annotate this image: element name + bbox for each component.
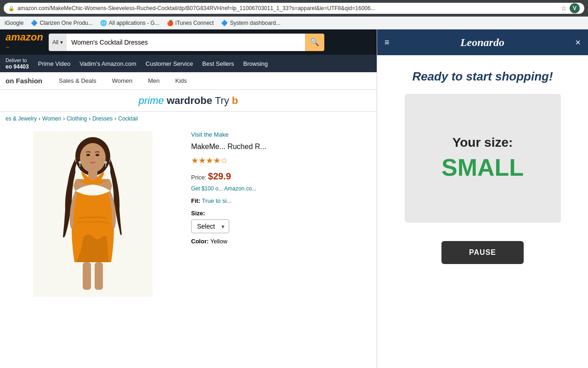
svg-point-8: [104, 161, 107, 164]
dashboard-label: System dashboard...: [230, 20, 280, 26]
breadcrumb-sep-3: ›: [89, 115, 90, 122]
product-image: [33, 131, 153, 297]
breadcrumb-sep-1: ›: [39, 115, 40, 122]
igoogle-label: iGoogle: [5, 20, 23, 26]
visit-store-link[interactable]: Visit the Make: [191, 131, 368, 138]
nav-vadim[interactable]: Vadim's Amazon.com: [79, 60, 136, 67]
lock-icon: 🔒: [8, 6, 15, 12]
itunes-icon: 🍎: [167, 20, 174, 26]
bookmark-clarizen[interactable]: 🔷 Clarizen One Produ...: [31, 20, 92, 26]
dashboard-icon: 🔷: [221, 20, 228, 26]
product-title: MakeMe... Ruched R...: [191, 142, 368, 152]
allapps-label: All applications - G...: [109, 20, 159, 26]
pause-button[interactable]: PAUSE: [441, 241, 524, 264]
bookmark-itunes[interactable]: 🍎 iTunes Connect: [167, 20, 214, 26]
wardrobe-text: wardrobe: [167, 95, 212, 106]
prime-text: prime: [139, 95, 164, 106]
itunes-label: iTunes Connect: [175, 20, 214, 26]
nav-prime-video[interactable]: Prime Video: [38, 60, 71, 67]
amazon-page: amazon ⌒ All ▾ 🔍 Deliver to eo 94403 Pri…: [0, 29, 377, 368]
menu-icon[interactable]: ≡: [384, 38, 390, 47]
fashion-nav-sales[interactable]: Sales & Deals: [52, 77, 103, 84]
fashion-nav-women[interactable]: Women: [106, 77, 139, 84]
product-area: Visit the Make MakeMe... Ruched R... ★★★…: [0, 126, 377, 321]
try-text: Try: [215, 95, 232, 106]
size-card: Your size: SMALL: [405, 94, 561, 223]
breadcrumb-sep-2: ›: [63, 115, 65, 122]
amazon-nav-top: amazon ⌒ All ▾ 🔍: [0, 29, 377, 55]
breadcrumb-women[interactable]: Women: [42, 115, 61, 122]
fit-row: Fit: True to si...: [191, 197, 368, 204]
breadcrumb-clothing[interactable]: Clothing: [67, 115, 87, 122]
svg-rect-10: [83, 262, 91, 290]
breadcrumb-dresses[interactable]: Dresses: [92, 115, 113, 122]
product-info: Visit the Make MakeMe... Ruched R... ★★★…: [187, 131, 371, 315]
browser-chrome: 🔒 amazon.com/MakeMeChic-Womens-Sleeveles…: [0, 0, 588, 17]
product-image-container: [6, 131, 180, 315]
bookmark-star-icon[interactable]: ☆: [561, 5, 567, 12]
leonardo-panel: ≡ Leonardo × Ready to start shopping! Yo…: [377, 29, 588, 368]
leonardo-header: ≡ Leonardo ×: [377, 29, 588, 55]
fashion-nav-men[interactable]: Men: [141, 77, 166, 84]
color-label: Color:: [191, 238, 209, 245]
search-category-select[interactable]: All ▾: [49, 34, 67, 51]
your-size-label: Your size:: [452, 135, 513, 150]
search-box[interactable]: All ▾ 🔍: [49, 34, 324, 51]
search-button[interactable]: 🔍: [305, 34, 324, 51]
nav-browsing[interactable]: Browsing: [243, 60, 268, 67]
size-select[interactable]: Select XS S M L: [191, 219, 229, 233]
breadcrumb-cocktail[interactable]: Cocktail: [118, 115, 138, 122]
leonardo-body: Ready to start shopping! Your size: SMAL…: [377, 55, 588, 368]
bookmark-allapps[interactable]: 🌐 All applications - G...: [100, 20, 159, 26]
nav-customer-service[interactable]: Customer Service: [146, 60, 193, 67]
price-row: Price: $29.9: [191, 171, 368, 182]
product-title-text: MakeMe... Ruched R...: [191, 143, 266, 150]
allapps-icon: 🌐: [100, 20, 107, 26]
try-b-text: b: [232, 95, 238, 106]
search-input[interactable]: [67, 34, 305, 51]
delivery-location: eo 94403: [6, 63, 29, 70]
address-text: amazon.com/MakeMeChic-Womens-Sleeveless-…: [17, 5, 558, 12]
svg-point-5: [96, 154, 99, 156]
bookmark-igoogle[interactable]: iGoogle: [5, 20, 23, 26]
prime-wardrobe-banner[interactable]: prime wardrobe Try b: [0, 90, 377, 112]
credit-offer[interactable]: Get $100 o... Amazon.co...: [191, 185, 368, 192]
deliver-to-label: Deliver to: [6, 58, 27, 63]
amazon-nav-secondary: Deliver to eo 94403 Prime Video Vadim's …: [0, 55, 377, 72]
svg-point-6: [79, 161, 81, 164]
price-label: Price:: [191, 174, 206, 181]
fashion-nav: on Fashion Sales & Deals Women Men Kids: [0, 72, 377, 90]
address-bar[interactable]: 🔒 amazon.com/MakeMeChic-Womens-Sleeveles…: [4, 3, 584, 14]
bookmark-dashboard[interactable]: 🔷 System dashboard...: [221, 20, 280, 26]
svg-rect-11: [95, 262, 103, 290]
clarizen-label: Clarizen One Produ...: [40, 20, 92, 26]
fashion-nav-kids[interactable]: Kids: [169, 77, 193, 84]
size-select-wrapper[interactable]: Select XS S M L: [191, 219, 229, 233]
color-value: Yellow: [210, 238, 227, 245]
amazon-logo: amazon ⌒: [6, 32, 43, 52]
breadcrumb-jewelry[interactable]: es & Jewelry: [6, 115, 37, 122]
clarizen-icon: 🔷: [31, 20, 38, 26]
delivery-address: Deliver to eo 94403: [6, 57, 29, 70]
extension-icon: V: [570, 3, 580, 13]
size-recommendation-value: SMALL: [441, 154, 524, 181]
close-icon[interactable]: ×: [575, 38, 581, 47]
svg-point-3: [80, 143, 106, 172]
leonardo-title: Leonardo: [460, 36, 504, 49]
prime-banner-text: prime wardrobe Try b: [139, 95, 238, 107]
fashion-brand: on Fashion: [6, 77, 42, 85]
product-stars[interactable]: ★★★★☆: [191, 155, 368, 166]
svg-point-4: [86, 154, 90, 156]
price-value: $29.9: [208, 171, 231, 181]
nav-best-sellers[interactable]: Best Sellers: [202, 60, 234, 67]
color-row: Color: Yellow: [191, 238, 368, 245]
size-label: Size:: [191, 210, 368, 217]
ready-to-shop-text: Ready to start shopping!: [412, 69, 553, 85]
search-category-label: All: [52, 39, 58, 46]
search-category-chevron: ▾: [60, 39, 63, 46]
size-row: Size: Select XS S M L: [191, 210, 368, 233]
fit-label: Fit:: [191, 197, 200, 204]
breadcrumb: es & Jewelry › Women › Clothing › Dresse…: [0, 112, 377, 126]
bookmarks-bar: iGoogle 🔷 Clarizen One Produ... 🌐 All ap…: [0, 17, 588, 29]
amazon-logo-text: amazon: [6, 31, 43, 43]
